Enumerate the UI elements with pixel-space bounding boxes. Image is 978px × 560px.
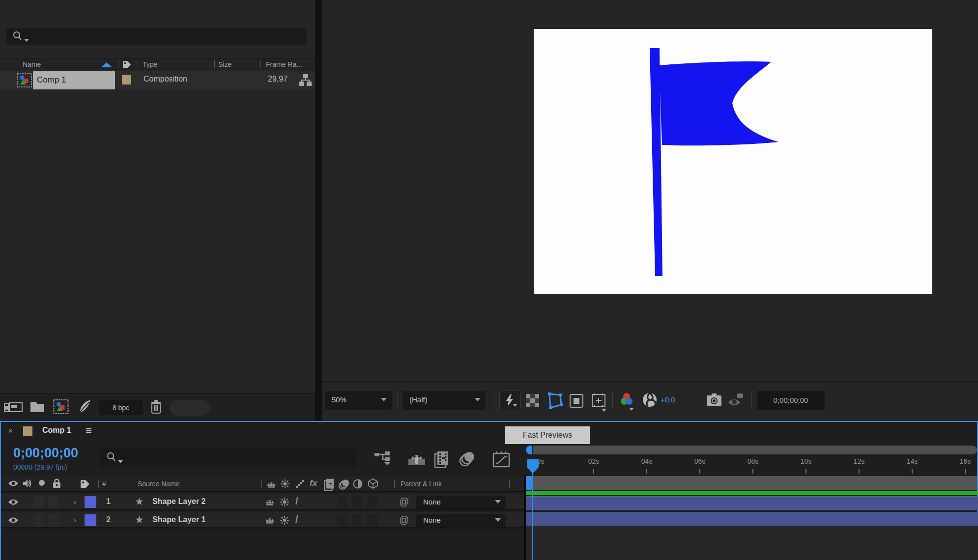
expand-chevron-icon[interactable]: › xyxy=(74,516,76,524)
motion-blur-toggle[interactable] xyxy=(352,496,362,508)
graph-editor-icon[interactable] xyxy=(492,450,511,468)
new-folder-icon[interactable] xyxy=(30,400,45,413)
frame-blend-toggle[interactable] xyxy=(337,496,347,508)
close-icon[interactable]: × xyxy=(8,426,13,436)
tag-column-icon[interactable] xyxy=(122,60,132,69)
project-search-input[interactable] xyxy=(6,28,307,45)
work-area-bar[interactable] xyxy=(526,476,977,490)
quill-icon[interactable] xyxy=(78,399,92,415)
search-options-arrow-icon[interactable] xyxy=(118,460,123,463)
search-icon xyxy=(12,31,23,42)
project-item-name[interactable]: Comp 1 xyxy=(33,71,115,89)
divider[interactable] xyxy=(524,475,526,560)
effects-fx-icon[interactable]: fx xyxy=(310,478,317,488)
channel-rgb-icon[interactable] xyxy=(619,392,634,407)
layer-color-swatch[interactable] xyxy=(85,496,96,508)
column-frame-rate[interactable]: Frame Ra... xyxy=(266,60,302,68)
adjustment-layer-icon[interactable] xyxy=(353,479,363,489)
fast-previews-button[interactable] xyxy=(499,391,521,410)
bit-depth-button[interactable]: 8 bpc xyxy=(99,400,143,415)
frame-blend-toggle[interactable] xyxy=(337,514,347,527)
shy-toggle[interactable] xyxy=(265,498,275,506)
collapse-toggle[interactable] xyxy=(280,515,289,525)
label-color-swatch[interactable] xyxy=(122,75,131,84)
3d-toggle[interactable] xyxy=(367,496,377,508)
layer-duration-bar[interactable] xyxy=(526,512,978,526)
column-parent-link[interactable]: Parent & Link xyxy=(401,480,442,488)
draft-3d-icon[interactable] xyxy=(407,450,426,467)
timeline-search-input[interactable] xyxy=(100,448,356,467)
current-time-display[interactable]: 0;00;00;00 xyxy=(13,446,78,461)
motion-blur-toggle[interactable] xyxy=(352,514,362,527)
show-snapshot-icon[interactable] xyxy=(727,393,744,408)
parent-select[interactable]: None xyxy=(416,514,506,527)
mask-visibility-icon[interactable] xyxy=(545,391,564,411)
lock-toggle[interactable] xyxy=(48,496,59,508)
grid-guides-icon[interactable] xyxy=(591,393,606,408)
collapse-transformations-icon[interactable] xyxy=(280,479,290,489)
flowchart-icon[interactable] xyxy=(299,73,312,87)
exposure-shutter-icon[interactable] xyxy=(642,392,658,408)
column-name[interactable]: Name xyxy=(23,60,41,68)
quality-icon[interactable] xyxy=(295,479,305,489)
panel-menu-icon[interactable]: ≡ xyxy=(86,424,92,437)
motion-blur-icon[interactable] xyxy=(459,450,476,467)
column-size[interactable]: Size xyxy=(218,60,231,68)
parent-select[interactable]: None xyxy=(416,496,506,509)
work-area-start-handle[interactable] xyxy=(526,476,532,490)
solo-toggle[interactable] xyxy=(33,496,44,508)
frame-blend-column-icon[interactable] xyxy=(323,478,335,491)
quality-toggle[interactable]: / xyxy=(295,496,298,507)
region-of-interest-icon[interactable] xyxy=(570,394,583,408)
composition-canvas[interactable] xyxy=(534,29,932,294)
exposure-value[interactable]: +0,0 xyxy=(661,395,675,404)
solo-icon[interactable] xyxy=(39,480,45,486)
column-number[interactable]: # xyxy=(102,480,106,488)
chevron-down-icon xyxy=(475,398,481,401)
playhead-handle[interactable] xyxy=(526,458,539,474)
video-eye-icon[interactable] xyxy=(8,498,19,506)
new-composition-icon[interactable] xyxy=(53,399,69,414)
transparency-grid-icon[interactable] xyxy=(526,394,539,407)
trash-icon[interactable] xyxy=(150,399,162,414)
composition-mini-flowchart-icon[interactable] xyxy=(374,450,392,465)
layer-name[interactable]: Shape Layer 1 xyxy=(152,515,206,524)
parent-pickwhip-icon[interactable]: @ xyxy=(399,514,409,526)
column-source-name[interactable]: Source Name xyxy=(138,480,180,488)
layer-row[interactable]: › 2 ★ Shape Layer 1 / @ None xyxy=(1,512,524,529)
magnification-select[interactable]: 50% xyxy=(325,391,392,410)
snapshot-camera-icon[interactable] xyxy=(706,393,722,407)
column-type[interactable]: Type xyxy=(143,60,157,68)
motion-blur-column-icon[interactable] xyxy=(338,478,350,490)
playhead-line[interactable] xyxy=(532,459,533,560)
solo-toggle[interactable] xyxy=(33,514,44,527)
sort-ascending-icon[interactable] xyxy=(101,62,112,67)
layer-row[interactable]: › 1 ★ Shape Layer 2 / @ None xyxy=(1,494,524,510)
time-navigator-start-handle[interactable] xyxy=(526,446,533,454)
shy-icon[interactable] xyxy=(266,480,276,488)
lock-toggle[interactable] xyxy=(48,514,59,527)
layer-color-swatch[interactable] xyxy=(85,514,96,526)
frame-blending-icon[interactable] xyxy=(433,450,450,468)
3d-layer-icon[interactable] xyxy=(368,478,378,489)
lock-icon[interactable] xyxy=(53,478,61,488)
interpret-footage-icon[interactable] xyxy=(4,401,23,414)
parent-pickwhip-icon[interactable]: @ xyxy=(399,496,409,507)
search-options-arrow-icon[interactable] xyxy=(24,39,29,42)
resolution-select[interactable]: (Half) xyxy=(403,391,486,410)
3d-toggle[interactable] xyxy=(367,514,377,527)
tag-column-icon[interactable] xyxy=(80,479,90,489)
project-item-row[interactable]: Comp 1 Composition 29,97 xyxy=(0,71,315,89)
collapse-toggle[interactable] xyxy=(280,497,289,507)
video-eye-icon[interactable] xyxy=(8,479,19,487)
shy-toggle[interactable] xyxy=(265,516,275,524)
layer-duration-bar[interactable] xyxy=(526,496,978,510)
audio-speaker-icon[interactable] xyxy=(22,478,32,488)
quality-toggle[interactable]: / xyxy=(295,514,298,525)
viewer-timecode[interactable]: 0;00;00;00 xyxy=(757,391,825,410)
video-eye-icon[interactable] xyxy=(8,516,19,524)
expand-chevron-icon[interactable]: › xyxy=(74,498,76,506)
layer-name[interactable]: Shape Layer 2 xyxy=(152,497,206,506)
time-navigator-bar[interactable] xyxy=(526,446,977,454)
comp-tab-title[interactable]: Comp 1 xyxy=(42,426,71,435)
